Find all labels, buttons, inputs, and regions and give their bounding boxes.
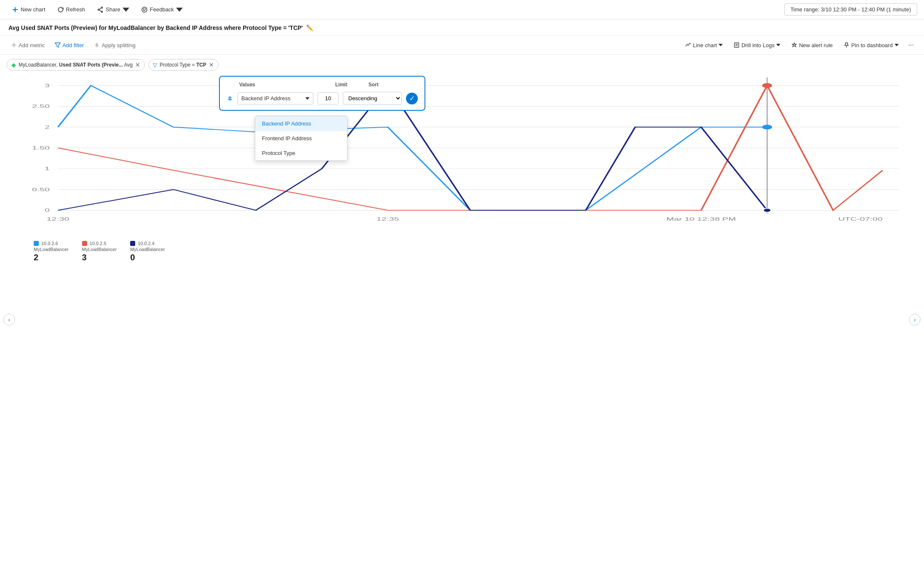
- new-chart-button[interactable]: New chart: [7, 4, 51, 16]
- dropdown-item-protocol-type[interactable]: Protocol Type: [255, 146, 347, 160]
- sort-dropdown[interactable]: Descending Ascending: [343, 92, 402, 105]
- svg-text:1: 1: [45, 166, 50, 171]
- legend-item-2: 10.0.2.4 MyLoadBalancer 0: [130, 241, 165, 262]
- metric-pill-text: MyLoadBalancer, Used SNAT Ports (Previe.…: [19, 62, 133, 68]
- metric-pill[interactable]: ◆ MyLoadBalancer, Used SNAT Ports (Previ…: [7, 59, 145, 71]
- chart-nav-right[interactable]: ›: [909, 314, 921, 326]
- dot-dark-blue: [763, 208, 772, 213]
- filter-icon: ▽: [153, 62, 157, 68]
- svg-text:UTC-07:00: UTC-07:00: [838, 217, 882, 222]
- apply-splitting-button[interactable]: Apply splitting: [90, 40, 139, 51]
- metrics-toolbar: Add metric Add filter Apply splitting Li…: [0, 36, 924, 55]
- new-alert-rule-button[interactable]: New alert rule: [787, 40, 837, 51]
- chart-area: ‹ › 3 2.50 2 1.50 1 0.50 0: [0, 73, 924, 566]
- legend-color-0: [34, 241, 39, 246]
- dropdown-item-backend-ip[interactable]: Backend IP Address: [255, 116, 347, 131]
- chart-nav-left[interactable]: ‹: [3, 314, 15, 326]
- share-button[interactable]: Share: [92, 4, 134, 16]
- chart-container: 3 2.50 2 1.50 1 0.50 0 12:30 12:35 Mar 1…: [8, 77, 916, 238]
- limit-input[interactable]: [318, 92, 339, 104]
- chart-title-bar: Avg Used SNAT Ports (Preview) for MyLoad…: [0, 19, 924, 36]
- split-controls: Backend IP Address Descending Ascending …: [227, 92, 418, 105]
- splitting-panel: Values Limit Sort Backend IP Address Des…: [219, 76, 425, 111]
- diamond-icon: ◆: [11, 61, 16, 68]
- metric-pill-close[interactable]: ✕: [135, 61, 140, 68]
- svg-text:1.50: 1.50: [32, 146, 50, 151]
- svg-point-2: [101, 7, 103, 8]
- refresh-button[interactable]: Refresh: [52, 4, 91, 16]
- svg-point-7: [142, 7, 147, 12]
- feedback-button[interactable]: Feedback: [136, 4, 188, 16]
- svg-line-6: [99, 10, 101, 11]
- filter-pill-close[interactable]: ✕: [209, 61, 214, 68]
- time-range-button[interactable]: Time range: 3/10 12:30 PM - 12:40 PM (1 …: [784, 3, 917, 16]
- split-confirm-button[interactable]: ✓: [406, 93, 418, 104]
- drill-into-logs-button[interactable]: Drill into Logs: [729, 40, 785, 51]
- right-controls: Line chart Drill into Logs New alert rul…: [681, 39, 917, 51]
- svg-rect-16: [734, 43, 739, 48]
- legend-item-1: 10.0.2.5 MyLoadBalancer 3: [82, 241, 117, 262]
- more-options-button[interactable]: ···: [905, 39, 917, 51]
- chart-svg: 3 2.50 2 1.50 1 0.50 0 12:30 12:35 Mar 1…: [8, 77, 916, 238]
- line-chart-button[interactable]: Line chart: [681, 40, 727, 51]
- filter-pill[interactable]: ▽ Protocol Type = TCP ✕: [148, 59, 219, 71]
- filter-row: ◆ MyLoadBalancer, Used SNAT Ports (Previ…: [0, 55, 924, 73]
- svg-text:2: 2: [45, 125, 50, 130]
- svg-text:2.50: 2.50: [32, 104, 50, 109]
- legend: 10.0.2.6 MyLoadBalancer 2 10.0.2.5 MyLoa…: [8, 238, 916, 267]
- top-toolbar: New chart Refresh Share Feedback Time ra…: [0, 0, 924, 19]
- svg-text:Mar 10 12:38 PM: Mar 10 12:38 PM: [666, 217, 736, 222]
- pin-to-dashboard-button[interactable]: Pin to dashboard: [839, 40, 903, 51]
- svg-text:0: 0: [45, 208, 50, 213]
- svg-point-4: [98, 9, 99, 10]
- legend-color-1: [82, 241, 87, 246]
- add-filter-button[interactable]: Add filter: [51, 40, 88, 51]
- svg-point-3: [101, 11, 103, 12]
- splitting-panel-header: Values Limit Sort: [227, 82, 418, 88]
- splitting-dropdown-menu: Backend IP Address Frontend IP Address P…: [255, 116, 347, 161]
- svg-text:12:30: 12:30: [47, 217, 69, 222]
- values-dropdown[interactable]: Backend IP Address: [238, 92, 313, 104]
- svg-text:0.50: 0.50: [32, 187, 50, 192]
- svg-point-8: [143, 8, 144, 9]
- dot-red: [762, 83, 772, 88]
- chart-title-text: Avg Used SNAT Ports (Preview) for MyLoad…: [8, 24, 303, 31]
- dot-blue-light: [762, 125, 772, 129]
- svg-marker-12: [55, 43, 60, 48]
- legend-item-0: 10.0.2.6 MyLoadBalancer 2: [34, 241, 69, 262]
- svg-text:3: 3: [45, 83, 50, 88]
- add-metric-button[interactable]: Add metric: [7, 40, 49, 51]
- edit-title-icon[interactable]: ✏️: [306, 24, 313, 31]
- dropdown-item-frontend-ip[interactable]: Frontend IP Address: [255, 131, 347, 146]
- svg-point-9: [145, 8, 145, 9]
- legend-color-2: [130, 241, 135, 246]
- svg-line-5: [99, 8, 101, 9]
- split-icon: [227, 95, 233, 102]
- filter-pill-text: Protocol Type = TCP: [160, 62, 206, 68]
- svg-text:12:35: 12:35: [377, 217, 399, 222]
